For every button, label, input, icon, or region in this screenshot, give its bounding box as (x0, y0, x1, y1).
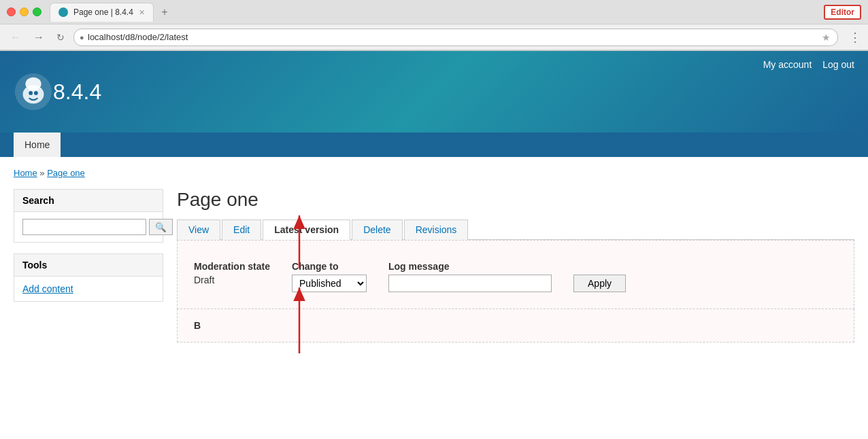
tab-title: Page one | 8.4.4 (73, 7, 133, 17)
bookmark-icon[interactable]: ★ (822, 32, 831, 43)
breadcrumb-separator: » (39, 168, 44, 178)
tab-close-btn[interactable]: ✕ (139, 8, 145, 17)
forward-btn[interactable]: → (30, 30, 48, 45)
browser-titlebar: Page one | 8.4.4 ✕ + Editor (0, 0, 868, 24)
tools-block: Tools Add content (14, 253, 163, 302)
log-message-field: Log message (388, 261, 552, 292)
browser-addressbar: ← → ↻ ● localhost/d8/node/2/latest ★ ⋮ (0, 24, 868, 50)
maximize-window-btn[interactable] (33, 7, 41, 16)
moderation-state-label: Moderation state (194, 261, 270, 272)
log-message-label: Log message (388, 261, 552, 272)
apply-btn[interactable]: Apply (573, 275, 626, 292)
user-nav: My account Log out (763, 59, 854, 70)
moderation-section: Moderation state Draft Change to Draft P… (177, 240, 854, 309)
site-name: 8.4.4 (53, 80, 101, 105)
svg-point-4 (34, 91, 38, 95)
url-text: localhost/d8/node/2/latest (88, 32, 188, 42)
search-block-content: 🔍 (14, 212, 163, 242)
search-block: Search 🔍 (14, 189, 163, 243)
tab-latest-version[interactable]: Latest version (263, 220, 350, 240)
moderation-row: Moderation state Draft Change to Draft P… (194, 261, 837, 292)
sidebar: Search 🔍 Tools Add content (14, 189, 163, 343)
body-label: B (194, 320, 201, 331)
breadcrumb: Home » Page one (14, 168, 854, 178)
body-section: B (177, 309, 854, 343)
moderation-state-value: Draft (194, 275, 270, 285)
breadcrumb-current[interactable]: Page one (47, 168, 85, 178)
tools-block-content: Add content (14, 277, 163, 301)
search-icon: 🔍 (155, 222, 167, 232)
log-out-link[interactable]: Log out (822, 59, 854, 70)
search-submit-btn[interactable]: 🔍 (149, 219, 173, 235)
change-to-label: Change to (292, 261, 367, 272)
content-wrapper: Home » Page one Search 🔍 Tools (0, 157, 868, 353)
log-message-input[interactable] (388, 275, 552, 292)
annotation-container: Moderation state Draft Change to Draft P… (177, 240, 854, 343)
content-tabs: View Edit Latest version Delete Revision… (177, 219, 854, 240)
editor-extension-btn[interactable]: Editor (824, 5, 861, 20)
drupal-logo (14, 72, 53, 111)
add-content-link[interactable]: Add content (22, 283, 73, 294)
tab-area: Page one | 8.4.4 ✕ + (50, 3, 824, 22)
address-bar[interactable]: ● localhost/d8/node/2/latest ★ (73, 29, 838, 46)
change-to-select[interactable]: Draft Published Archived (292, 275, 367, 292)
site-header: My account Log out 8.4.4 (0, 51, 868, 133)
tab-revisions[interactable]: Revisions (404, 220, 469, 240)
svg-point-3 (29, 91, 33, 95)
svg-point-2 (23, 85, 44, 103)
browser-menu-icon[interactable]: ⋮ (849, 30, 861, 45)
new-tab-btn[interactable]: + (156, 4, 173, 20)
main-content: Page one View Edit Latest version Delete… (177, 189, 854, 343)
window-controls (7, 7, 41, 16)
moderation-state-field: Moderation state Draft (194, 261, 270, 285)
tab-view[interactable]: View (177, 220, 220, 240)
page-title: Page one (177, 189, 854, 211)
browser-tab[interactable]: Page one | 8.4.4 ✕ (50, 3, 154, 22)
tools-block-title: Tools (14, 254, 163, 277)
refresh-btn[interactable]: ↻ (53, 31, 68, 44)
minimize-window-btn[interactable] (20, 7, 29, 16)
close-window-btn[interactable] (7, 7, 16, 16)
tab-delete[interactable]: Delete (352, 220, 402, 240)
breadcrumb-home[interactable]: Home (14, 168, 37, 178)
change-to-field: Change to Draft Published Archived (292, 261, 367, 292)
search-block-title: Search (14, 190, 163, 212)
tab-edit[interactable]: Edit (222, 220, 261, 240)
page-layout: Search 🔍 Tools Add content (14, 189, 854, 343)
search-input[interactable] (22, 219, 146, 235)
search-form: 🔍 (22, 219, 154, 235)
nav-home[interactable]: Home (14, 133, 61, 157)
main-nav: Home (0, 133, 868, 157)
tab-favicon (59, 7, 68, 17)
my-account-link[interactable]: My account (763, 59, 812, 70)
lock-icon: ● (80, 33, 84, 41)
apply-field: Apply (573, 275, 626, 292)
browser-chrome: Page one | 8.4.4 ✕ + Editor ← → ↻ ● loca… (0, 0, 868, 51)
back-btn[interactable]: ← (7, 30, 24, 45)
